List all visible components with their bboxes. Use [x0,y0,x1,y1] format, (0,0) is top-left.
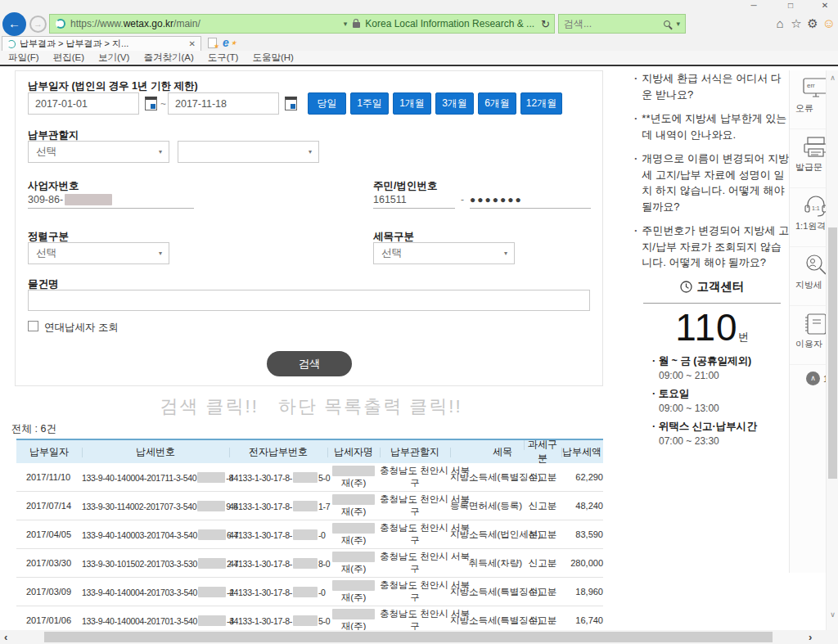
date-to-input[interactable] [168,92,279,115]
feedback-smiley-icon[interactable]: ☺ [822,16,836,31]
browser-search-box[interactable]: ▾ [558,14,686,34]
scroll-right-icon[interactable]: › [809,631,812,643]
vertical-scrollbar-thumb[interactable] [828,227,837,479]
menu-file[interactable]: 파일(F) [8,52,39,64]
resident-no-front-field[interactable]: 161511 [373,191,455,209]
menu-favorites[interactable]: 즐겨찾기(A) [143,52,193,64]
chevron-down-icon: ▾ [159,250,162,257]
sort-select[interactable]: 선택 ▾ [28,242,169,264]
hours-saturday-time: 09:00 ~ 13:00 [659,403,790,414]
pager-up-icon[interactable]: ∧ [806,372,820,385]
restore-icon[interactable]: □ [782,1,800,10]
back-button[interactable]: ← [2,12,26,36]
home-icon[interactable]: ⌂ [773,16,787,30]
vertical-scrollbar[interactable]: ∧ ∨ [826,70,838,630]
settings-gear-icon[interactable]: ⚙ [805,16,820,31]
new-tab-icon[interactable]: ★ [208,38,217,48]
menu-help[interactable]: 도움말(H) [252,52,293,64]
date-from-input[interactable] [28,92,139,115]
table-row[interactable]: 2017/11/10 133-9-40-140004-201711-3-540-… [16,463,603,492]
address-bar[interactable]: https://www.wetax.go.kr/main/ ▾ Korea Lo… [49,14,555,34]
scroll-down-icon[interactable]: ∨ [827,610,838,619]
chevron-down-icon: ▾ [504,250,507,257]
menu-edit[interactable]: 편집(E) [53,52,84,64]
table-row[interactable]: 2017/03/30 133-9-30-101502-201703-3-5302… [16,549,603,578]
chevron-down-icon: ▾ [159,148,162,155]
certificate-name[interactable]: Korea Local Information Research & ... [365,18,534,29]
table-row[interactable]: 2017/04/05 133-9-40-140003-201704-3-5406… [16,520,603,549]
tab-payment-results[interactable]: 납부결과 > 납부결과 > 지... ✕ [2,36,201,51]
chrome-divider [0,65,838,66]
cell-amount: 18,960 [561,587,603,597]
district-select-2[interactable]: ▾ [178,141,319,163]
search-icon[interactable] [664,20,670,27]
cell-district: 충청남도 천안시 서북구 [380,493,450,518]
scroll-left-icon[interactable]: ‹ [4,631,7,643]
close-icon[interactable]: ✕ [816,1,834,10]
cell-district: 충청남도 천안시 서북구 [380,579,450,604]
cell-payer: 재(주) [327,466,380,489]
faq-item[interactable]: 지방세 환급 서식은 어디서 다운 받나요? [634,70,790,102]
calendar-icon[interactable] [285,97,297,110]
property-name-input[interactable] [28,290,590,311]
district-select-1[interactable]: 선택 ▾ [28,141,169,163]
url-domain: wetax.go.kr [124,18,173,29]
table-row[interactable]: 2017/03/09 133-9-40-140004-201703-3-540-… [16,578,603,606]
search-form-panel: 납부일자 (법인의 경우 1년 기한 제한) ~ 당일 1주일 1개월 3개월 … [15,70,603,386]
phone-digits: 110 [675,306,737,349]
cell-epay-no: 44133-1-30-17-8--0 [229,529,327,540]
search-button[interactable]: 검색 [267,351,352,376]
menu-tools[interactable]: 도구(T) [208,52,239,64]
date-separator: ~ [160,98,166,110]
range-1month-button[interactable]: 1개월 [393,92,431,115]
hours-weekday-time: 09:00 ~ 21:00 [659,370,790,381]
menu-view[interactable]: 보기(V) [98,52,129,64]
cell-payer: 재(주) [327,552,380,575]
cell-amount: 48,240 [561,501,603,511]
header-amount: 납부세액 [561,445,603,459]
star-badge-icon: ★ [231,39,237,47]
tax-item-select[interactable]: 선택 ▾ [373,242,515,264]
total-count: 전체 : 6건 [11,422,56,436]
range-today-button[interactable]: 당일 [308,92,346,115]
business-no-field[interactable]: 309-86- [28,191,194,209]
table-row[interactable]: 2017/07/14 133-9-30-114002-201707-3-5409… [16,492,603,520]
search-dropdown-icon[interactable]: ▾ [676,20,680,28]
scroll-up-icon[interactable]: ∧ [827,74,838,82]
range-12month-button[interactable]: 12개월 [520,92,562,115]
masked-segment [332,466,375,476]
faq-text: **년도에 지방세 납부한게 있는데 내역이 안나와요. [642,110,790,142]
faq-item[interactable]: 주민번호가 변경되어 지방세 고지/납부 자료가 조회되지 않습니다. 어떻게 … [634,223,790,271]
phone-number: 110번 [634,305,790,349]
joint-taxpayer-checkbox[interactable] [28,321,38,331]
clock-icon [680,281,692,293]
cell-tax-no: 133-9-40-140004-201703-3-540-2 [82,587,229,597]
range-3month-button[interactable]: 3개월 [435,92,474,115]
hint-watermark: 검색 클릭!! 하단 목록출력 클릭!! [0,394,622,419]
faq-text: 개명으로 이름이 변경되어 지방세 고지/납부 자료에 성명이 일치 하지 않습… [642,151,790,214]
url-dropdown-icon[interactable]: ▾ [344,20,348,28]
ie-suggested-sites-icon[interactable]: e★ [223,36,237,49]
faq-item[interactable]: 개명으로 이름이 변경되어 지방세 고지/납부 자료에 성명이 일치 하지 않습… [634,151,790,214]
business-no-value: 309-86- [28,194,63,205]
cell-epay-no: 44133-1-30-17-8-5-0 [229,472,327,483]
tab-close-icon[interactable]: ✕ [189,39,196,48]
horizontal-scrollbar[interactable]: ‹ › [0,630,838,644]
refresh-icon[interactable]: ↻ [541,18,550,30]
minimize-icon[interactable]: ─ [745,1,763,10]
cell-category: 신고분 [524,557,561,570]
header-tax-item: 세목 [450,445,524,459]
range-6month-button[interactable]: 6개월 [478,92,516,115]
customer-center-label: 고객센터 [697,279,745,295]
search-input[interactable] [564,18,664,29]
select-value: 선택 [36,246,56,260]
favorites-icon[interactable]: ☆ [789,16,804,31]
calendar-icon[interactable] [145,97,157,110]
resident-no-back-field[interactable]: ●●●●●●● [470,191,591,209]
hours-saturday-label: 토요일 [652,387,790,401]
cell-payer: 재(주) [327,580,380,604]
faq-item[interactable]: **년도에 지방세 납부한게 있는데 내역이 안나와요. [634,110,790,142]
range-1week-button[interactable]: 1주일 [350,92,389,115]
horizontal-scrollbar-thumb[interactable] [44,632,773,642]
forward-button[interactable]: → [29,16,47,33]
